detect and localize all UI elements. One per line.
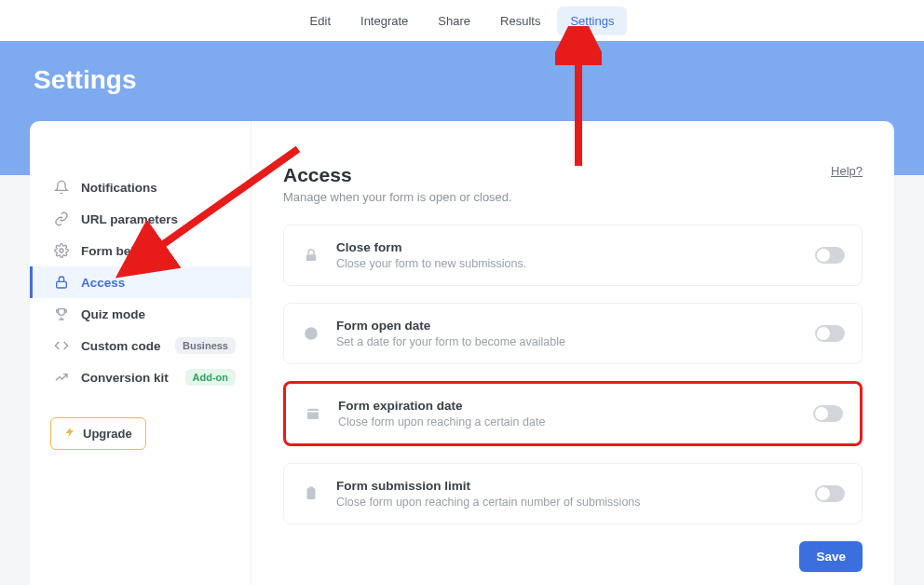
sidebar-item-label: Quiz mode <box>81 307 145 321</box>
sidebar-item-label: Access <box>81 276 125 290</box>
tab-edit[interactable]: Edit <box>297 7 344 35</box>
sidebar-item-notifications[interactable]: Notifications <box>30 171 251 203</box>
setting-title: Form open date <box>336 319 815 333</box>
setting-title: Close form <box>336 240 815 254</box>
sidebar-item-custom-code[interactable]: Custom code Business <box>30 330 251 361</box>
svg-rect-5 <box>307 488 316 499</box>
svg-point-3 <box>305 327 318 340</box>
setting-card-open-date: Form open date Set a date for your form … <box>283 303 863 364</box>
setting-desc: Set a date for your form to become avail… <box>336 335 815 348</box>
sidebar-item-quiz-mode[interactable]: Quiz mode <box>30 298 251 330</box>
tab-integrate[interactable]: Integrate <box>347 7 421 35</box>
clock-icon <box>301 323 321 344</box>
lock-icon <box>301 245 321 265</box>
svg-rect-2 <box>306 254 317 261</box>
setting-title: Form expiration date <box>338 399 813 413</box>
sidebar-item-label: Custom code <box>81 339 161 353</box>
section-title: Access <box>283 164 512 186</box>
save-button[interactable]: Save <box>799 541 863 572</box>
sidebar-item-url-parameters[interactable]: URL parameters <box>30 203 251 235</box>
page-title: Settings <box>34 65 924 95</box>
setting-card-expiration-date: Form expiration date Close form upon rea… <box>283 381 863 446</box>
setting-desc: Close form upon reaching a certain date <box>338 415 813 429</box>
trend-icon <box>53 369 70 386</box>
toggle-submission-limit[interactable] <box>815 485 845 502</box>
svg-rect-4 <box>307 409 319 419</box>
tab-results[interactable]: Results <box>487 7 553 35</box>
tab-settings[interactable]: Settings <box>557 7 627 35</box>
toggle-open-date[interactable] <box>815 325 845 342</box>
toggle-close-form[interactable] <box>815 247 845 264</box>
sidebar-item-access[interactable]: Access <box>30 266 251 298</box>
top-nav: Edit Integrate Share Results Settings <box>0 0 924 41</box>
upgrade-button[interactable]: Upgrade <box>50 417 146 450</box>
setting-desc: Close your form to new submissions. <box>336 257 815 270</box>
sidebar-item-form-behavior[interactable]: Form behavior <box>30 235 251 266</box>
trophy-icon <box>53 306 70 322</box>
svg-rect-6 <box>309 487 314 490</box>
svg-point-0 <box>60 249 63 252</box>
toggle-expiration-date[interactable] <box>813 405 843 422</box>
svg-rect-1 <box>57 281 67 288</box>
sidebar-item-conversion-kit[interactable]: Conversion kit Add-on <box>30 361 251 393</box>
bolt-icon <box>64 426 75 442</box>
sidebar-item-label: Notifications <box>81 181 157 195</box>
setting-title: Form submission limit <box>336 479 815 493</box>
settings-sidebar: Notifications URL parameters Form behavi… <box>30 121 251 585</box>
setting-card-close-form: Close form Close your form to new submis… <box>283 224 863 286</box>
sidebar-item-label: Conversion kit <box>81 371 169 385</box>
link-icon <box>53 211 70 227</box>
bell-icon <box>53 179 70 196</box>
calendar-icon <box>303 403 323 424</box>
upgrade-label: Upgrade <box>83 427 132 441</box>
settings-panel: Notifications URL parameters Form behavi… <box>30 121 894 585</box>
clipboard-icon <box>301 483 321 504</box>
sidebar-item-label: Form behavior <box>81 244 169 258</box>
tier-badge: Add-on <box>185 369 236 386</box>
tab-share[interactable]: Share <box>425 7 483 35</box>
gear-icon <box>53 242 70 259</box>
section-subtitle: Manage when your form is open or closed. <box>283 190 512 204</box>
tier-badge: Business <box>175 337 236 354</box>
setting-desc: Close form upon reaching a certain numbe… <box>336 496 815 509</box>
sidebar-item-label: URL parameters <box>81 212 178 226</box>
help-link[interactable]: Help? <box>831 164 863 178</box>
lock-icon <box>53 274 70 291</box>
code-icon <box>53 337 70 354</box>
setting-card-submission-limit: Form submission limit Close form upon re… <box>283 463 863 524</box>
settings-main: Access Manage when your form is open or … <box>251 121 894 585</box>
